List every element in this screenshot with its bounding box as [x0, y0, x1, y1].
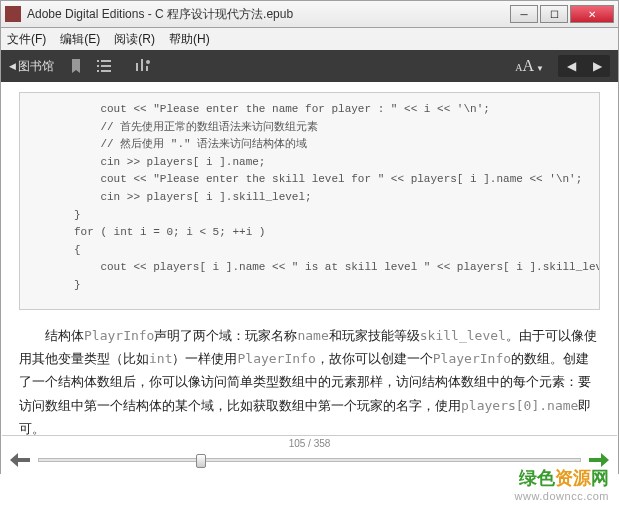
- library-label: 图书馆: [18, 58, 54, 75]
- library-button[interactable]: ◀ 图书馆: [9, 58, 54, 75]
- code-block: cout << "Please enter the name for playe…: [19, 92, 600, 310]
- menu-edit[interactable]: 编辑(E): [60, 31, 100, 48]
- slider-prev-button[interactable]: [8, 451, 32, 469]
- page-counter: 105 / 358: [2, 436, 617, 449]
- minimize-button[interactable]: ─: [510, 5, 538, 23]
- back-triangle-icon: ◀: [9, 61, 16, 71]
- close-button[interactable]: ✕: [570, 5, 614, 23]
- font-size-button[interactable]: AA▼: [515, 57, 544, 75]
- prev-page-button[interactable]: ◀: [558, 55, 584, 77]
- toc-icon[interactable]: [96, 58, 112, 74]
- page-slider[interactable]: [38, 458, 581, 462]
- next-page-button[interactable]: ▶: [584, 55, 610, 77]
- menu-file[interactable]: 文件(F): [7, 31, 46, 48]
- app-icon: [5, 6, 21, 22]
- maximize-button[interactable]: ☐: [540, 5, 568, 23]
- menu-read[interactable]: 阅读(R): [114, 31, 155, 48]
- slider-next-button[interactable]: [587, 451, 611, 469]
- menu-help[interactable]: 帮助(H): [169, 31, 210, 48]
- slider-thumb[interactable]: [196, 454, 206, 468]
- window-title: Adobe Digital Editions - C 程序设计现代方法.epub: [27, 6, 508, 23]
- settings-icon[interactable]: [134, 58, 150, 74]
- chevron-down-icon: ▼: [536, 64, 544, 73]
- svg-point-0: [146, 60, 150, 64]
- bookmark-icon[interactable]: [68, 58, 84, 74]
